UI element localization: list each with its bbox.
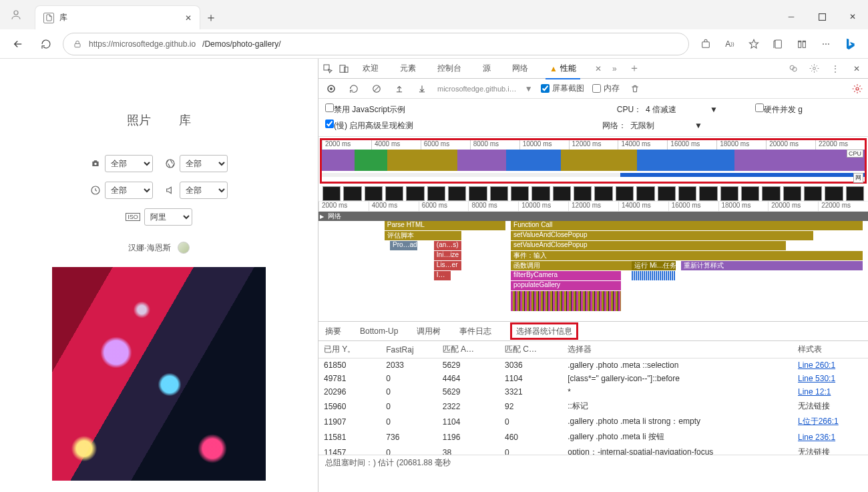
window-close-button[interactable]: ✕ — [837, 4, 868, 29]
refresh-button[interactable] — [35, 33, 57, 55]
devtools-close-icon[interactable]: ✕ — [849, 61, 864, 76]
tab-sources[interactable]: 源 — [475, 59, 499, 79]
collections-icon[interactable] — [767, 33, 789, 55]
memory-checkbox[interactable]: 内存 — [592, 83, 620, 94]
extensions-icon[interactable] — [791, 33, 813, 55]
filter-iso: ISO 阿里 — [126, 208, 192, 226]
table-row[interactable]: 20296056293321*Line 12:1 — [318, 385, 868, 399]
overview-timeline[interactable]: 2000 ms4000 ms6000 ms8000 ms10000 ms1200… — [320, 138, 867, 184]
tab-network[interactable]: 网络 — [504, 59, 536, 79]
svg-point-17 — [813, 67, 815, 70]
tab-performance[interactable]: ▲性能 — [541, 59, 584, 79]
advanced-paint-checkbox[interactable]: (慢) 启用高级呈现检测 — [325, 119, 413, 132]
tab-add-icon[interactable]: ＋ — [622, 61, 646, 75]
network-row[interactable]: 网络 — [318, 212, 868, 221]
filter-focal-select[interactable]: 全部 — [180, 182, 228, 199]
gallery-photo[interactable] — [52, 267, 266, 481]
delete-button[interactable] — [628, 81, 642, 96]
network-throttle-select[interactable]: 网络：无限制▼ — [602, 120, 702, 132]
table-row[interactable]: 114570380option：-internal-spatial-naviga… — [318, 445, 868, 455]
flame-chart[interactable]: Parse HTML 评估脚本 Pro…ad (an…s) Ini…ize Li… — [318, 221, 868, 321]
window-maximize-button[interactable] — [807, 4, 837, 29]
tab-welcome[interactable]: 欢迎 — [355, 59, 387, 79]
browser-tab[interactable]: 库 ✕ — [35, 5, 200, 29]
disable-js-checkbox[interactable]: 禁用 JavaScript示例 — [325, 103, 405, 115]
th-elapsed[interactable]: 已用 Y。 — [318, 341, 381, 358]
reload-record-button[interactable] — [347, 81, 361, 96]
detail-tab-summary[interactable]: 摘要 — [325, 321, 341, 341]
bing-icon[interactable] — [839, 33, 861, 55]
clear-button[interactable] — [369, 81, 384, 96]
flame-bar[interactable]: Function Call — [511, 221, 863, 230]
selector-stats-table[interactable]: 已用 Y。 FastRaj 匹配 A… 匹配 C… 选择器 样式表 618502… — [318, 341, 868, 455]
flame-bar[interactable]: I… — [434, 271, 451, 280]
th-matchc[interactable]: 匹配 C… — [499, 341, 562, 358]
flame-bar[interactable]: setValueAndClosePopup — [511, 231, 813, 240]
back-button[interactable] — [7, 33, 29, 55]
record-button[interactable] — [324, 81, 339, 96]
detail-tab-eventlog[interactable]: 事件日志 — [459, 321, 491, 341]
toolbar-url[interactable]: microsoftedge.github.i… — [437, 85, 517, 93]
flame-bar[interactable] — [632, 271, 676, 280]
feedback-icon[interactable] — [785, 61, 800, 76]
filter-aperture-select[interactable]: 全部 — [180, 155, 228, 172]
read-aloud-icon[interactable]: A)) — [718, 33, 741, 55]
th-matcha[interactable]: 匹配 A… — [437, 341, 499, 358]
camera-icon — [90, 159, 101, 168]
table-row[interactable]: 49781044641104[class*=" gallery-icon--"]… — [318, 372, 868, 385]
flame-bar[interactable]: (an…s) — [434, 241, 461, 250]
screenshots-checkbox[interactable]: 屏幕截图 — [541, 83, 584, 94]
window-minimize-button[interactable]: ─ — [776, 4, 807, 29]
tab-elements[interactable]: 元素 — [392, 59, 424, 79]
shopping-icon[interactable] — [694, 33, 717, 55]
inspect-icon[interactable] — [322, 63, 333, 74]
detail-tab-calltree[interactable]: 调用树 — [417, 321, 441, 341]
new-tab-button[interactable]: ＋ — [200, 5, 222, 29]
address-bar[interactable]: https://microsoftedge.github.io/Demos/ph… — [63, 33, 689, 55]
favorite-icon[interactable] — [742, 33, 765, 55]
download-button[interactable] — [415, 81, 429, 96]
devtools-more-icon[interactable]: ⋮ — [828, 61, 843, 76]
filmstrip[interactable] — [318, 186, 868, 201]
flame-bar[interactable]: Pro…ad — [390, 241, 417, 250]
table-row[interactable]: 159600232292::标记无法链接 — [318, 399, 868, 414]
table-row[interactable]: 11907011040.gallery .photo .meta li stro… — [318, 414, 868, 429]
flame-bar[interactable] — [511, 291, 621, 311]
filter-iso-select[interactable]: 阿里 — [144, 208, 192, 226]
page-tab-photos[interactable]: 照片 — [127, 112, 151, 128]
th-fastraj[interactable]: FastRaj — [381, 341, 437, 358]
hw-concurrency-checkbox[interactable]: 硬件并发 g — [755, 103, 803, 115]
page-tab-library[interactable]: 库 — [179, 112, 191, 128]
detail-tab-selector-stats[interactable]: 选择器统计信息 — [510, 322, 578, 340]
flame-bar[interactable]: 运行 Mi…任务 — [632, 261, 676, 270]
tabs-more-icon[interactable]: » — [612, 64, 617, 73]
settings-icon[interactable] — [807, 61, 821, 76]
th-stylesheet[interactable]: 样式表 — [793, 341, 868, 358]
tab-close-icon[interactable]: ✕ — [185, 13, 192, 23]
device-icon[interactable] — [339, 63, 349, 74]
flame-bar[interactable]: populateGallery — [511, 281, 621, 290]
flame-bar[interactable]: 评估脚本 — [385, 231, 461, 240]
detail-tab-bottomup[interactable]: Bottom-Up — [360, 321, 398, 341]
flame-bar[interactable]: Parse HTML — [385, 221, 505, 230]
cpu-throttle-select[interactable]: CPU：4 倍减速▼ — [617, 104, 718, 115]
tab-console[interactable]: 控制台 — [429, 59, 469, 79]
flame-bar[interactable]: 函数调用 — [511, 261, 632, 270]
th-selector[interactable]: 选择器 — [562, 341, 793, 358]
upload-button[interactable] — [392, 81, 407, 96]
flame-bar[interactable]: Lis…er — [434, 261, 461, 270]
flame-bar[interactable]: 重新计算样式 — [681, 261, 863, 270]
flame-bar[interactable]: 事件：输入 — [511, 251, 863, 260]
flame-bar[interactable]: filterByCamera — [511, 271, 621, 280]
more-icon[interactable]: ⋯ — [815, 33, 837, 55]
capture-settings-icon[interactable] — [852, 83, 863, 94]
flame-bar[interactable]: setValueAndClosePopup — [511, 241, 786, 250]
table-row[interactable]: 115817361196460.gallery .photo .meta li … — [318, 429, 868, 445]
table-row[interactable]: 61850203356293036.gallery .photo .meta :… — [318, 358, 868, 373]
profile-icon[interactable] — [0, 0, 32, 29]
tab-close-icon[interactable]: ✕ — [590, 64, 607, 73]
url-dropdown-icon[interactable]: ▼ — [525, 84, 533, 93]
flame-bar[interactable]: Ini…ize — [434, 251, 461, 260]
filter-camera-select[interactable]: 全部 — [105, 155, 153, 172]
filter-exposure-select[interactable]: 全部 — [105, 182, 153, 199]
